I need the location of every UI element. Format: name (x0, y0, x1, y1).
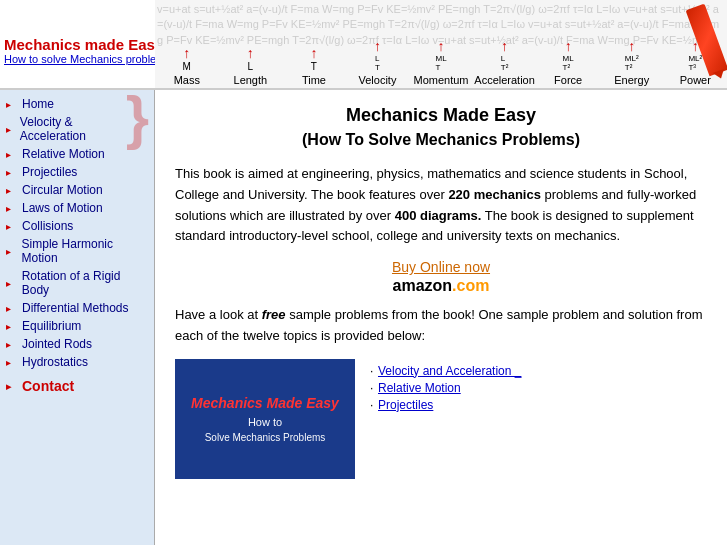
curly-decoration: } (126, 83, 149, 152)
sidebar-item-jointed-rods-label: Jointed Rods (22, 337, 92, 351)
paragraph2-italic: free (262, 307, 286, 322)
content-paragraph2: Have a look at free sample problems from… (175, 305, 707, 347)
book-cover-solve: Solve Mechanics Problems (205, 432, 326, 443)
sidebar-item-relative-motion[interactable]: ▸ Relative Motion (0, 145, 126, 163)
formula-time: ↑T Time (282, 45, 346, 86)
formula-energy-label: Energy (614, 74, 649, 86)
formula-force-label: Force (554, 74, 582, 86)
bullet-icon: ▸ (6, 203, 18, 214)
sidebar-item-differential-label: Differential Methods (22, 301, 129, 315)
bold2: 400 diagrams. (395, 208, 482, 223)
site-title: Mechanics made Easy (4, 36, 171, 53)
bullet-icon: ▸ (6, 357, 18, 368)
sidebar-item-relative-motion-label: Relative Motion (22, 147, 105, 161)
sidebar-item-contact[interactable]: ▸ Contact (0, 376, 154, 396)
paragraph2-start: Have a look at (175, 307, 262, 322)
sidebar-item-differential[interactable]: ▸ Differential Methods (0, 299, 154, 317)
formula-velocity-label: Velocity (359, 74, 397, 86)
content-title-line2: (How To Solve Mechanics Problems) (175, 131, 707, 149)
site-subtitle[interactable]: How to solve Mechanics problems (4, 53, 171, 65)
formula-velocity: ↑LT Velocity (346, 38, 410, 86)
topic-link-relative-motion[interactable]: Relative Motion (370, 381, 707, 395)
sidebar-item-collisions-label: Collisions (22, 219, 73, 233)
bottom-section: Mechanics Made Easy How to Solve Mechani… (175, 359, 707, 479)
sidebar-item-velocity[interactable]: ▸ Velocity & Acceleration (0, 113, 126, 145)
main-content: Mechanics Made Easy (How To Solve Mechan… (155, 90, 727, 545)
bullet-icon: ▸ (6, 167, 18, 178)
main-layout: ▸ Home } ▸ Velocity & Acceleration ▸ Rel… (0, 90, 727, 545)
bullet-icon: ▸ (6, 278, 18, 289)
sidebar-item-hydrostatics-label: Hydrostatics (22, 355, 88, 369)
sidebar-item-circular-motion[interactable]: ▸ Circular Motion (0, 181, 154, 199)
sidebar-item-projectiles[interactable]: ▸ Projectiles (0, 163, 154, 181)
bullet-icon: ▸ (6, 339, 18, 350)
bullet-icon: ▸ (6, 246, 18, 257)
topic-link-projectiles[interactable]: Projectiles (370, 398, 707, 412)
bullet-icon: ▸ (6, 221, 18, 232)
bullet-icon: ▸ (6, 149, 18, 160)
formula-mass: ↑M Mass (155, 45, 219, 86)
sidebar-item-shm[interactable]: ▸ Simple Harmonic Motion (0, 235, 154, 267)
formula-length: ↑L Length (219, 45, 283, 86)
bullet-icon: ▸ (6, 99, 18, 110)
formula-banner: v=u+at s=ut+½at² a=(v-u)/t F=ma W=mg P=F… (155, 0, 727, 90)
book-cover-how: How to (248, 416, 282, 428)
sidebar-item-shm-label: Simple Harmonic Motion (22, 237, 148, 265)
sidebar-item-equilibrium-label: Equilibrium (22, 319, 81, 333)
sidebar-item-circular-motion-label: Circular Motion (22, 183, 103, 197)
sidebar-item-contact-label: Contact (22, 378, 74, 394)
bold1: 220 mechanics (448, 187, 541, 202)
bullet-icon: ▸ (6, 321, 18, 332)
bullet-icon: ▸ (6, 381, 18, 392)
sidebar-item-projectiles-label: Projectiles (22, 165, 77, 179)
sidebar-item-rotation-label: Rotation of a Rigid Body (22, 269, 148, 297)
formula-time-label: Time (302, 74, 326, 86)
bullet-icon: ▸ (6, 303, 18, 314)
formula-power-label: Power (680, 74, 711, 86)
formula-length-label: Length (234, 74, 268, 86)
formula-acceleration-label: Acceleration (474, 74, 535, 86)
book-cover-title: Mechanics Made Easy (191, 395, 339, 411)
sidebar-item-velocity-label: Velocity & Acceleration (20, 115, 120, 143)
formula-force: ↑MLT² Force (536, 38, 600, 86)
buy-online-link[interactable]: Buy Online now (175, 259, 707, 275)
sidebar-item-rotation[interactable]: ▸ Rotation of a Rigid Body (0, 267, 154, 299)
book-cover: Mechanics Made Easy How to Solve Mechani… (175, 359, 355, 479)
sidebar-item-hydrostatics[interactable]: ▸ Hydrostatics (0, 353, 154, 371)
amazon-logo: amazon.com (175, 275, 707, 295)
bullet-icon: ▸ (6, 124, 16, 135)
sidebar-item-home-label: Home (22, 97, 54, 111)
header-text-block: Mechanics made Easy How to solve Mechani… (4, 36, 171, 65)
sidebar-item-laws-of-motion-label: Laws of Motion (22, 201, 103, 215)
formula-acceleration: ↑LT² Acceleration (473, 38, 537, 86)
content-title-line1: Mechanics Made Easy (175, 105, 707, 126)
sidebar-item-collisions[interactable]: ▸ Collisions (0, 217, 154, 235)
formula-labels-row: ↑M Mass ↑L Length ↑T Time ↑LT Velocity ↑… (155, 38, 727, 86)
formula-momentum-label: Momentum (414, 74, 469, 86)
formula-momentum: ↑MLT Momentum (409, 38, 473, 86)
content-paragraph1: This book is aimed at engineering, physi… (175, 164, 707, 247)
sidebar-item-jointed-rods[interactable]: ▸ Jointed Rods (0, 335, 154, 353)
sidebar: ▸ Home } ▸ Velocity & Acceleration ▸ Rel… (0, 90, 155, 545)
sidebar-item-laws-of-motion[interactable]: ▸ Laws of Motion (0, 199, 154, 217)
topic-link-velocity[interactable]: Velocity and Acceleration _ (370, 364, 707, 378)
bullet-icon: ▸ (6, 185, 18, 196)
formula-energy: ↑ML²T² Energy (600, 38, 664, 86)
formula-mass-label: Mass (174, 74, 200, 86)
buy-section: Buy Online now amazon.com (175, 259, 707, 295)
topic-links: Velocity and Acceleration _ Relative Mot… (370, 359, 707, 479)
page-header: Mechanics made Easy How to solve Mechani… (0, 0, 727, 90)
sidebar-item-equilibrium[interactable]: ▸ Equilibrium (0, 317, 154, 335)
